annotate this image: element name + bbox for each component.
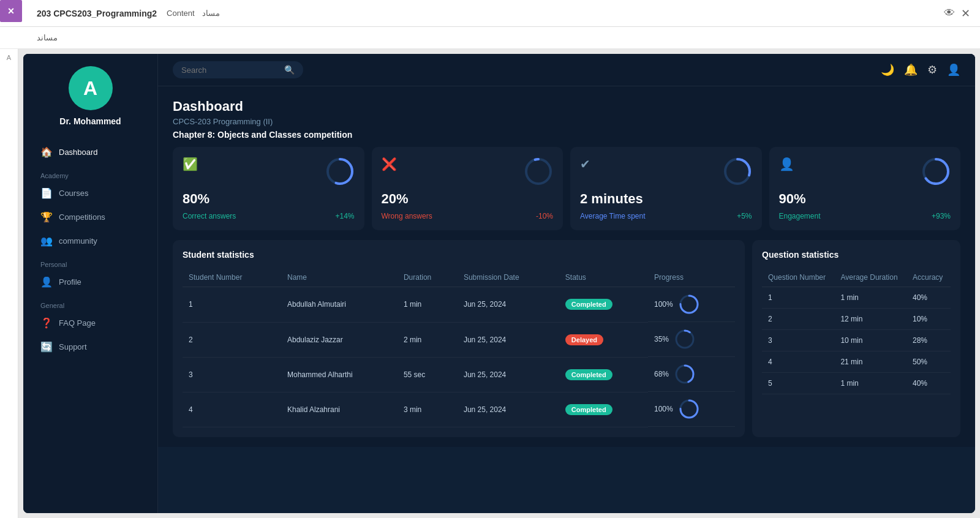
student-progress: 100% [648, 287, 735, 322]
status-badge: Completed [565, 369, 612, 380]
question-num: 4 [762, 351, 834, 373]
wrong-ring [524, 157, 553, 186]
faq-icon: ❓ [40, 317, 53, 329]
user-icon[interactable]: 👤 [947, 63, 960, 77]
question-duration: 1 min [834, 373, 907, 394]
student-duration: 55 sec [398, 357, 458, 392]
sidebar-item-support[interactable]: 🔄 Support [33, 336, 148, 358]
question-accuracy: 10% [907, 309, 951, 330]
time-change: +5% [737, 212, 752, 220]
eye-icon[interactable]: 👁 [944, 7, 955, 20]
moon-icon[interactable]: 🌙 [881, 63, 894, 77]
student-status: Delayed [559, 322, 648, 357]
stat-card-correct: ✅ 80% Correct answers +14% [173, 147, 364, 230]
engagement-change: +93% [932, 212, 951, 220]
col-student-number: Student Number [183, 268, 281, 287]
sidebar-item-faq-label: FAQ Page [59, 318, 96, 328]
header-icons: 🌙 🔔 ⚙ 👤 [881, 63, 960, 77]
question-accuracy: 50% [907, 351, 951, 373]
sidebar-item-dashboard[interactable]: 🏠 Dashboard [33, 141, 148, 163]
sidebar-item-courses[interactable]: 📄 Courses [33, 182, 148, 205]
student-duration: 3 min [398, 392, 458, 427]
second-bar: مساند [0, 27, 980, 49]
wrong-icon: ❌ [382, 157, 397, 171]
question-accuracy: 40% [907, 373, 951, 394]
status-badge: Completed [565, 404, 612, 415]
student-progress: 100% [648, 392, 735, 427]
student-name: Khalid Alzahrani [281, 392, 398, 427]
avatar: A [69, 66, 113, 110]
courses-icon: 📄 [40, 187, 53, 199]
col-progress: Progress [648, 268, 735, 287]
student-stats-title: Student statistics [183, 250, 735, 260]
main-content: 🔍 🌙 🔔 ⚙ 👤 Dashboard CPCS-203 Programming… [158, 54, 975, 513]
student-status: Completed [559, 287, 648, 323]
time-value: 2 minutes [580, 191, 752, 207]
home-icon: 🏠 [40, 146, 53, 158]
engagement-label: Engagement [779, 212, 821, 220]
sidebar-item-faq[interactable]: ❓ FAQ Page [33, 312, 148, 334]
table-row: 1 Abdullah Almutairi 1 min Jun 25, 2024 … [183, 287, 735, 323]
nav-section-academy: Academy [33, 165, 148, 182]
nav-section-general: General [33, 295, 148, 312]
correct-icon: ✅ [183, 157, 198, 171]
student-date: Jun 25, 2024 [458, 392, 559, 427]
support-icon: 🔄 [40, 341, 53, 353]
student-status: Completed [559, 357, 648, 392]
left-panel: A [0, 49, 18, 518]
question-stats-table: Question Number Average Duration Accurac… [762, 268, 951, 394]
sidebar-item-competitions[interactable]: 🏆 Competitions [33, 206, 148, 228]
student-num: 2 [183, 322, 281, 357]
content-header: 🔍 🌙 🔔 ⚙ 👤 [158, 54, 975, 86]
time-icon: ✔ [580, 157, 590, 171]
sidebar-username: Dr. Mohammed [59, 116, 121, 126]
question-duration: 21 min [834, 351, 907, 373]
close-button[interactable]: × [0, 0, 22, 22]
sidebar-item-courses-label: Courses [59, 189, 88, 198]
nav-extra[interactable]: مساد [202, 9, 220, 18]
col-accuracy: Accuracy [907, 268, 951, 287]
wrong-change: -10% [536, 212, 553, 220]
window-close-icon[interactable]: ✕ [961, 7, 970, 20]
nav-content[interactable]: Content [167, 9, 195, 18]
top-bar-title: 203 CPCS203_Programming2 [37, 9, 157, 18]
settings-icon[interactable]: ⚙ [927, 63, 937, 77]
student-date: Jun 25, 2024 [458, 287, 559, 323]
question-accuracy: 28% [907, 330, 951, 351]
sidebar-item-profile[interactable]: 👤 Profile [33, 271, 148, 293]
top-bar: × 203 CPCS203_Programming2 Content مساد … [0, 0, 980, 27]
table-row: 2 Abdulaziz Jazzar 2 min Jun 25, 2024 De… [183, 322, 735, 357]
bell-icon[interactable]: 🔔 [904, 63, 918, 77]
top-bar-links: Content مساد [167, 9, 220, 18]
dashboard-chapter: Chapter 8: Objects and Classes competiti… [173, 130, 960, 140]
nav-section-personal: Personal [33, 253, 148, 271]
search-input[interactable] [181, 66, 279, 75]
status-badge: Completed [565, 299, 612, 310]
search-icon: 🔍 [284, 65, 295, 75]
correct-label: Correct answers [183, 212, 236, 220]
student-status: Completed [559, 392, 648, 427]
col-duration: Duration [398, 268, 458, 287]
table-row: 3 Mohammed Alharthi 55 sec Jun 25, 2024 … [183, 357, 735, 392]
sidebar-item-community[interactable]: 👥 community [33, 230, 148, 252]
student-duration: 1 min [398, 287, 458, 323]
student-date: Jun 25, 2024 [458, 322, 559, 357]
time-label: Average Time spent [580, 212, 646, 220]
student-date: Jun 25, 2024 [458, 357, 559, 392]
search-box[interactable]: 🔍 [173, 61, 303, 78]
question-stats-title: Question statistics [762, 250, 951, 260]
progress-ring [678, 293, 700, 315]
dashboard-subtitle: CPCS-203 Programming (II) [173, 117, 960, 126]
student-stats-card: Student statistics Student Number Name D… [173, 240, 745, 437]
student-progress: 68% [648, 357, 735, 392]
sidebar-item-competitions-label: Competitions [59, 212, 105, 222]
student-duration: 2 min [398, 322, 458, 357]
question-duration: 10 min [834, 330, 907, 351]
question-accuracy: 40% [907, 287, 951, 309]
student-name: Abdullah Almutairi [281, 287, 398, 323]
status-badge: Delayed [565, 334, 603, 345]
sidebar-item-support-label: Support [59, 342, 87, 351]
profile-icon: 👤 [40, 276, 53, 288]
student-num: 1 [183, 287, 281, 323]
stat-card-engagement: 👤 90% Engagement +93% [769, 147, 961, 230]
